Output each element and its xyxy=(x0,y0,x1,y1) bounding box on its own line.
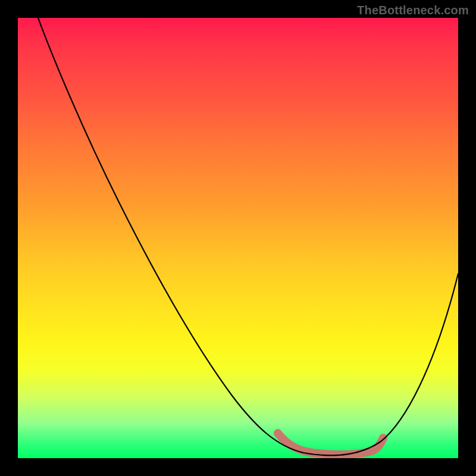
curve-svg xyxy=(18,18,458,458)
watermark-text: TheBottleneck.com xyxy=(357,4,469,17)
plot-area xyxy=(18,18,458,458)
bottleneck-curve xyxy=(38,18,458,455)
optimal-range-highlight xyxy=(278,433,383,455)
chart-container: TheBottleneck.com xyxy=(0,0,476,476)
